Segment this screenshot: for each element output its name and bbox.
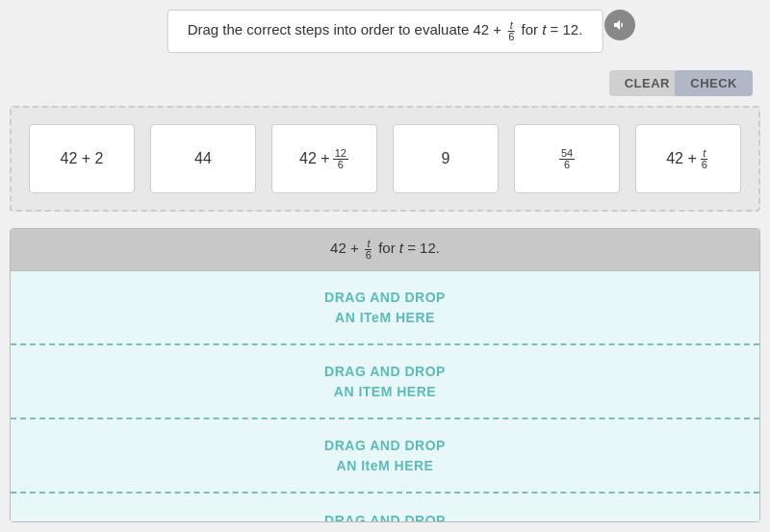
instruction-bar: Drag the correct steps into order to eva… xyxy=(167,10,603,53)
drag-items-area: 42 + 2 44 42 + 126 9 546 42 + t6 xyxy=(10,106,760,212)
drop-zone-2-text: DRAG AND DROPAN ITEM HERE xyxy=(324,362,446,402)
drag-item-1-label: 42 + 2 xyxy=(61,150,104,167)
drop-zone-2[interactable]: DRAG AND DROPAN ITEM HERE xyxy=(11,345,759,419)
drag-item-6-label: 42 + t6 xyxy=(666,148,710,170)
audio-button[interactable] xyxy=(604,10,635,40)
drag-item-2[interactable]: 44 xyxy=(150,124,256,193)
drag-item-4[interactable]: 9 xyxy=(393,124,499,193)
drag-item-3-label: 42 + 126 xyxy=(299,148,349,170)
drag-item-5[interactable]: 546 xyxy=(514,124,620,193)
drag-item-2-label: 44 xyxy=(194,150,212,167)
drop-zone-3[interactable]: DRAG AND DROPAN IteM HERE xyxy=(11,419,759,494)
drop-area: 42 + t6 for t = 12. DRAG AND DROPAN ITeM… xyxy=(10,228,760,522)
drag-item-1[interactable]: 42 + 2 xyxy=(29,124,135,193)
drop-zone-1[interactable]: DRAG AND DROPAN ITeM HERE xyxy=(11,271,759,345)
drop-zone-4-text: DRAG AND DROPAN IteM HERE xyxy=(324,511,446,523)
drag-item-4-label: 9 xyxy=(442,150,450,167)
drop-header: 42 + t6 for t = 12. xyxy=(11,229,759,271)
drop-zone-1-text: DRAG AND DROPAN ITeM HERE xyxy=(324,288,446,328)
clear-button[interactable]: CLEAR xyxy=(609,70,685,96)
instruction-text: Drag the correct steps into order to eva… xyxy=(188,21,583,38)
drop-zone-4[interactable]: DRAG AND DROPAN IteM HERE xyxy=(11,494,759,522)
check-button[interactable]: CHECK xyxy=(675,70,753,96)
drag-item-3[interactable]: 42 + 126 xyxy=(271,124,377,193)
drag-item-5-label: 546 xyxy=(558,148,576,170)
drop-zones-container: DRAG AND DROPAN ITeM HERE DRAG AND DROPA… xyxy=(11,271,759,522)
drag-item-6[interactable]: 42 + t6 xyxy=(635,124,741,193)
drop-zone-3-text: DRAG AND DROPAN IteM HERE xyxy=(324,436,446,476)
